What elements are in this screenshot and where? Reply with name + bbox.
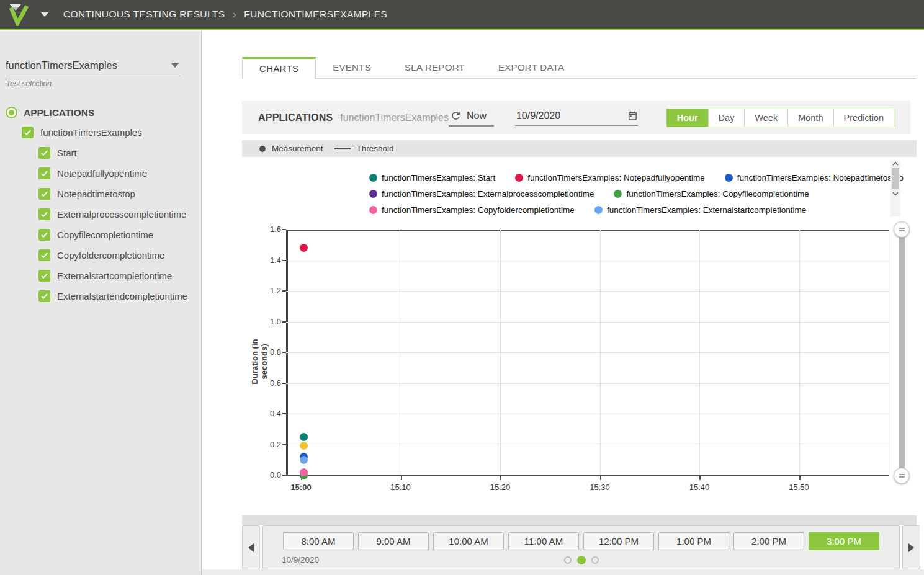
series-dot-icon: [369, 206, 377, 214]
sidebar: functionTimersExamples Test selection AP…: [0, 31, 202, 575]
chart-panel: Measurement Threshold functionTimersExam…: [242, 140, 917, 515]
app-menu-caret-icon[interactable]: [41, 12, 48, 17]
checkbox-icon[interactable]: [38, 167, 50, 179]
sidebar-item-notepadfullyopentime[interactable]: Notepadfullyopentime: [38, 163, 201, 184]
legend-item-functiontimersexamples-notepadtimetostop[interactable]: functionTimersExamples: Notepadtimetosto…: [725, 173, 904, 182]
checkbox-icon[interactable]: [38, 270, 50, 282]
x-tick-mark: [799, 476, 801, 480]
h-gridline: [286, 383, 889, 384]
tab-export-data[interactable]: EXPORT DATA: [482, 57, 581, 78]
toolbar-section-value: functionTimersExamples: [340, 112, 449, 123]
data-point-functiontimersexamples-externalstartcompletiontime[interactable]: [300, 456, 308, 464]
y-tick-mark: [282, 475, 286, 476]
sidebar-item-label: Externalstartcompletiontime: [57, 270, 172, 281]
sidebar-item-start[interactable]: Start: [38, 143, 201, 163]
date-input[interactable]: [515, 110, 617, 122]
legend-scrollbar: [890, 161, 900, 216]
y-zoom-slider-handle-top[interactable]: [894, 221, 910, 238]
y-tick-label: 0.6: [250, 378, 281, 388]
y-zoom-slider-handle-bottom[interactable]: [894, 468, 910, 484]
data-point-functiontimersexamples-start[interactable]: [300, 433, 308, 441]
range-button-hour[interactable]: Hour: [667, 109, 708, 127]
date-field: [515, 110, 638, 126]
timeline-next-button[interactable]: [902, 525, 920, 569]
measurement-legend-bar: Measurement Threshold: [242, 140, 917, 157]
y-tick-label: 1.0: [250, 317, 281, 326]
pager-dot-1[interactable]: [564, 556, 572, 564]
scroll-down-icon[interactable]: [892, 191, 899, 197]
checkbox-icon[interactable]: [38, 290, 50, 302]
tab-events[interactable]: EVENTS: [316, 57, 388, 78]
pager-dot-2[interactable]: [577, 556, 586, 564]
data-point-functiontimersexamples-notepadfullyopentime[interactable]: [300, 244, 308, 252]
h-gridline: [286, 322, 889, 323]
data-point-functiontimersexamples-externalstartendcompletiontime[interactable]: [300, 442, 308, 450]
sidebar-item-functiontimersexamples[interactable]: functionTimersExamples: [22, 122, 201, 143]
data-point-functiontimersexamples-copyfoldercompletiontime[interactable]: [300, 468, 308, 476]
sidebar-item-externalstartcompletiontime[interactable]: Externalstartcompletiontime: [38, 265, 201, 286]
hour-button-3-00-pm[interactable]: 3:00 PM: [809, 532, 879, 550]
applications-radio[interactable]: APPLICATIONS: [6, 107, 201, 118]
sidebar-item-label: Start: [57, 148, 77, 158]
x-tick-label: 15:40: [680, 483, 719, 492]
hour-button-1-00-pm[interactable]: 1:00 PM: [658, 532, 729, 550]
sidebar-item-label: Externalstartendcompletiontime: [57, 291, 187, 301]
legend-label: functionTimersExamples: Copyfoldercomple…: [382, 205, 575, 215]
y-axis-line: [286, 230, 288, 476]
range-button-week[interactable]: Week: [744, 109, 787, 127]
range-button-prediction[interactable]: Prediction: [833, 109, 894, 127]
measurement-label: Measurement: [272, 144, 323, 153]
sidebar-item-externalprocesscompletiontime[interactable]: Externalprocesscompletiontime: [38, 204, 201, 225]
hour-button-10-00-am[interactable]: 10:00 AM: [433, 532, 504, 550]
v-gridline: [401, 230, 401, 475]
app-logo-icon[interactable]: [7, 2, 31, 26]
sidebar-item-copyfilecompletiontime[interactable]: Copyfilecompletiontime: [38, 225, 201, 245]
tab-charts[interactable]: CHARTS: [242, 57, 316, 79]
hour-button-11-00-am[interactable]: 11:00 AM: [508, 532, 579, 550]
sidebar-item-externalstartendcompletiontime[interactable]: Externalstartendcompletiontime: [38, 286, 201, 306]
range-button-month[interactable]: Month: [787, 109, 833, 127]
hour-button-9-00-am[interactable]: 9:00 AM: [358, 532, 429, 550]
checkbox-icon[interactable]: [38, 208, 50, 220]
legend-item-functiontimersexamples-externalstartcompletiontime[interactable]: functionTimersExamples: Externalstartcom…: [594, 205, 806, 215]
applications-group-label: APPLICATIONS: [24, 107, 94, 118]
sidebar-item-label: Copyfilecompletiontime: [57, 230, 153, 240]
legend-item-functiontimersexamples-start[interactable]: functionTimersExamples: Start: [369, 173, 495, 182]
test-selection-caption: Test selection: [6, 79, 201, 88]
hour-button-8-00-am[interactable]: 8:00 AM: [283, 532, 354, 550]
tab-sla-report[interactable]: SLA REPORT: [388, 57, 482, 78]
checkbox-icon[interactable]: [22, 127, 34, 138]
sidebar-item-copyfoldercompletiontime[interactable]: Copyfoldercompletiontime: [38, 245, 201, 265]
checkbox-icon[interactable]: [38, 229, 50, 241]
legend-scroll-thumb[interactable]: [892, 168, 899, 189]
checkbox-icon[interactable]: [38, 249, 50, 261]
threshold-label: Threshold: [357, 144, 394, 153]
checkbox-icon[interactable]: [38, 147, 50, 159]
timeline-prev-button[interactable]: [242, 525, 260, 569]
legend-item-functiontimersexamples-notepadfullyopentime[interactable]: functionTimersExamples: Notepadfullyopen…: [515, 173, 704, 182]
legend-label: functionTimersExamples: Externalstartcom…: [607, 205, 806, 215]
legend-item-functiontimersexamples-copyfoldercompletiontime[interactable]: functionTimersExamples: Copyfoldercomple…: [369, 205, 575, 215]
range-button-day[interactable]: Day: [708, 109, 745, 127]
y-zoom-slider-track[interactable]: [899, 230, 905, 476]
metric-tree: functionTimersExamplesStartNotepadfullyo…: [0, 122, 201, 306]
hour-button-2-00-pm[interactable]: 2:00 PM: [733, 532, 804, 550]
legend-item-functiontimersexamples-copyfilecompletiontime[interactable]: functionTimersExamples: Copyfilecompleti…: [614, 189, 809, 198]
scroll-up-icon[interactable]: [892, 161, 899, 166]
v-gridline: [500, 230, 501, 475]
y-tick-label: 0.4: [250, 409, 281, 418]
breadcrumb-root[interactable]: CONTINUOUS TESTING RESULTS: [63, 9, 225, 20]
sidebar-item-notepadtimetostop[interactable]: Notepadtimetostop: [38, 184, 201, 204]
test-selection-dropdown[interactable]: functionTimersExamples: [6, 60, 180, 76]
legend-row: functionTimersExamples: Externalprocessc…: [369, 185, 882, 202]
next-arrow-icon: [908, 543, 914, 552]
legend-item-functiontimersexamples-externalprocesscompletiontime[interactable]: functionTimersExamples: Externalprocessc…: [369, 189, 594, 198]
checkbox-icon[interactable]: [38, 188, 50, 200]
now-button[interactable]: Now: [449, 109, 494, 127]
refresh-icon: [450, 110, 462, 122]
sidebar-item-label: functionTimersExamples: [40, 127, 142, 138]
calendar-icon[interactable]: [627, 110, 638, 121]
plot-top-border: [286, 230, 889, 231]
hour-button-12-00-pm[interactable]: 12:00 PM: [583, 532, 654, 550]
pager-dot-3[interactable]: [591, 556, 599, 564]
